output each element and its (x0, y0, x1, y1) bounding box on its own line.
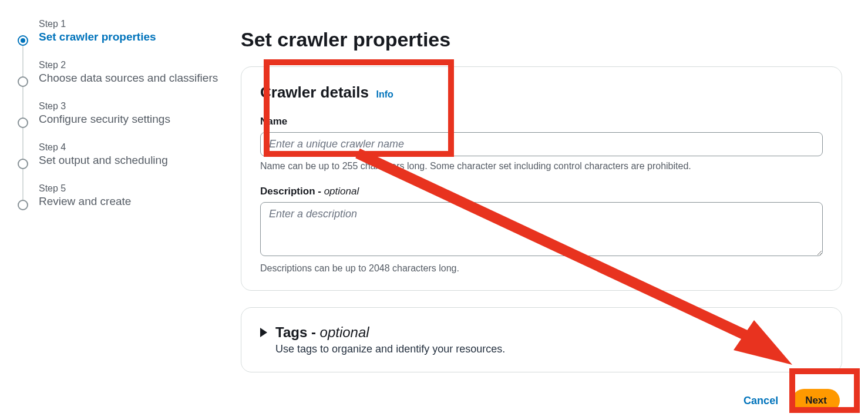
step-dot-icon (18, 117, 28, 128)
cancel-button[interactable]: Cancel (743, 395, 778, 407)
panel-heading: Crawler details (260, 83, 369, 101)
info-link[interactable]: Info (376, 89, 393, 99)
main-content: Set crawler properties Crawler details I… (241, 18, 856, 412)
step-title: Set output and scheduling (39, 154, 241, 167)
tags-title-text: Tags - (275, 324, 320, 340)
next-button[interactable]: Next (792, 389, 840, 412)
step-4[interactable]: Step 4 Set output and scheduling (18, 142, 241, 167)
step-3[interactable]: Step 3 Configure security settings (18, 101, 241, 126)
crawler-name-input[interactable] (260, 132, 823, 156)
step-title: Review and create (39, 195, 241, 208)
optional-label: optional (320, 324, 369, 340)
optional-label: optional (324, 186, 359, 197)
step-num: Step 5 (39, 183, 241, 194)
step-num: Step 2 (39, 60, 241, 70)
tags-description: Use tags to organize and identify your r… (275, 343, 505, 355)
step-dot-icon (18, 35, 28, 46)
tags-title: Tags - optional (275, 324, 505, 341)
step-title: Choose data sources and classifiers (39, 72, 241, 85)
description-label: Description - optional (260, 186, 823, 197)
step-dot-icon (18, 76, 28, 87)
description-label-text: Description - (260, 186, 324, 197)
page-title: Set crawler properties (241, 28, 842, 51)
crawler-description-input[interactable] (260, 202, 823, 256)
name-hint: Name can be up to 255 characters long. S… (260, 161, 823, 172)
wizard-steps: Step 1 Set crawler properties Step 2 Cho… (12, 18, 241, 412)
step-1[interactable]: Step 1 Set crawler properties (18, 19, 241, 43)
step-2[interactable]: Step 2 Choose data sources and classifie… (18, 60, 241, 85)
tags-panel[interactable]: Tags - optional Use tags to organize and… (241, 307, 842, 372)
footer-actions: Cancel Next (241, 389, 842, 412)
step-dot-icon (18, 159, 28, 169)
step-num: Step 1 (39, 19, 241, 29)
step-title: Configure security settings (39, 113, 241, 126)
step-5[interactable]: Step 5 Review and create (18, 183, 241, 208)
caret-right-icon (260, 328, 267, 337)
step-dot-icon (18, 200, 28, 210)
step-title: Set crawler properties (39, 31, 241, 43)
step-num: Step 3 (39, 101, 241, 112)
step-num: Step 4 (39, 142, 241, 153)
description-hint: Descriptions can be up to 2048 character… (260, 263, 823, 274)
name-label: Name (260, 116, 823, 127)
crawler-details-panel: Crawler details Info Name Name can be up… (241, 66, 842, 291)
